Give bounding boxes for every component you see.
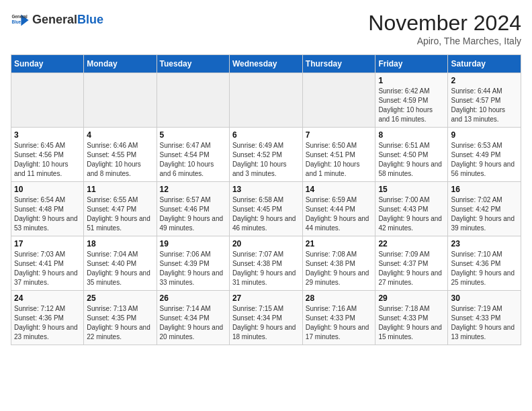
weekday-header-row: SundayMondayTuesdayWednesdayThursdayFrid…	[11, 55, 521, 73]
logo: General Blue GeneralBlue	[11, 11, 103, 30]
calendar-day-cell: 30Sunrise: 7:19 AMSunset: 4:33 PMDayligh…	[448, 291, 521, 345]
day-number: 22	[378, 239, 445, 248]
day-info: Sunrise: 6:44 AMSunset: 4:57 PMDaylight:…	[451, 87, 518, 124]
title-block: November 2024 Apiro, The Marches, Italy	[368, 11, 521, 46]
day-info: Sunrise: 7:09 AMSunset: 4:37 PMDaylight:…	[378, 250, 445, 287]
day-info: Sunrise: 7:19 AMSunset: 4:33 PMDaylight:…	[451, 304, 518, 342]
calendar-table: SundayMondayTuesdayWednesdayThursdayFrid…	[11, 54, 521, 345]
day-number: 10	[14, 185, 81, 194]
calendar-day-cell: 15Sunrise: 7:00 AMSunset: 4:43 PMDayligh…	[375, 182, 448, 236]
day-number: 13	[232, 185, 300, 194]
calendar-day-cell: 24Sunrise: 7:12 AMSunset: 4:36 PMDayligh…	[11, 291, 84, 345]
day-info: Sunrise: 6:46 AMSunset: 4:55 PMDaylight:…	[87, 141, 153, 179]
weekday-header-cell: Wednesday	[229, 55, 302, 73]
day-info: Sunrise: 6:50 AMSunset: 4:51 PMDaylight:…	[306, 141, 373, 179]
day-info: Sunrise: 6:58 AMSunset: 4:45 PMDaylight:…	[232, 195, 300, 233]
day-info: Sunrise: 7:02 AMSunset: 4:42 PMDaylight:…	[451, 195, 518, 233]
calendar-day-cell: 20Sunrise: 7:07 AMSunset: 4:38 PMDayligh…	[229, 236, 302, 291]
calendar-day-cell: 3Sunrise: 6:45 AMSunset: 4:56 PMDaylight…	[11, 128, 84, 182]
day-info: Sunrise: 6:49 AMSunset: 4:52 PMDaylight:…	[232, 141, 300, 179]
weekday-header-cell: Sunday	[11, 55, 84, 73]
calendar-day-cell: 18Sunrise: 7:04 AMSunset: 4:40 PMDayligh…	[84, 236, 157, 291]
location: Apiro, The Marches, Italy	[368, 36, 521, 46]
day-info: Sunrise: 7:13 AMSunset: 4:35 PMDaylight:…	[87, 304, 153, 342]
calendar-day-cell: 5Sunrise: 6:47 AMSunset: 4:54 PMDaylight…	[157, 128, 229, 182]
day-info: Sunrise: 7:06 AMSunset: 4:39 PMDaylight:…	[160, 250, 226, 287]
day-number: 1	[378, 76, 445, 85]
day-number: 30	[451, 293, 518, 303]
calendar-day-cell: 11Sunrise: 6:55 AMSunset: 4:47 PMDayligh…	[84, 182, 157, 236]
calendar-day-cell: 4Sunrise: 6:46 AMSunset: 4:55 PMDaylight…	[84, 128, 157, 182]
calendar-day-cell: 14Sunrise: 6:59 AMSunset: 4:44 PMDayligh…	[302, 182, 375, 236]
day-info: Sunrise: 6:47 AMSunset: 4:54 PMDaylight:…	[160, 141, 226, 179]
calendar-day-cell: 29Sunrise: 7:18 AMSunset: 4:33 PMDayligh…	[375, 291, 448, 345]
day-info: Sunrise: 6:51 AMSunset: 4:50 PMDaylight:…	[378, 141, 445, 179]
day-number: 23	[451, 239, 518, 248]
day-info: Sunrise: 7:12 AMSunset: 4:36 PMDaylight:…	[14, 304, 81, 342]
day-number: 9	[451, 130, 518, 140]
page-header: General Blue GeneralBlue November 2024 A…	[11, 11, 521, 46]
calendar-day-cell: 7Sunrise: 6:50 AMSunset: 4:51 PMDaylight…	[302, 128, 375, 182]
day-number: 4	[87, 130, 153, 140]
calendar-day-cell: 19Sunrise: 7:06 AMSunset: 4:39 PMDayligh…	[157, 236, 229, 291]
day-number: 2	[451, 76, 518, 85]
weekday-header-cell: Monday	[84, 55, 157, 73]
day-info: Sunrise: 7:03 AMSunset: 4:41 PMDaylight:…	[14, 250, 81, 287]
day-number: 11	[87, 185, 153, 194]
weekday-header-cell: Friday	[375, 55, 448, 73]
calendar-day-cell: 6Sunrise: 6:49 AMSunset: 4:52 PMDaylight…	[229, 128, 302, 182]
calendar-day-cell: 23Sunrise: 7:10 AMSunset: 4:36 PMDayligh…	[448, 236, 521, 291]
day-number: 18	[87, 239, 153, 248]
day-info: Sunrise: 7:04 AMSunset: 4:40 PMDaylight:…	[87, 250, 153, 287]
day-number: 12	[160, 185, 226, 194]
weekday-header-cell: Saturday	[448, 55, 521, 73]
day-info: Sunrise: 6:57 AMSunset: 4:46 PMDaylight:…	[160, 195, 226, 233]
day-info: Sunrise: 7:07 AMSunset: 4:38 PMDaylight:…	[232, 250, 300, 287]
day-number: 20	[232, 239, 300, 248]
day-number: 7	[306, 130, 373, 140]
day-info: Sunrise: 6:59 AMSunset: 4:44 PMDaylight:…	[306, 195, 373, 233]
svg-text:General: General	[11, 14, 28, 19]
day-number: 26	[160, 293, 226, 303]
logo-text: GeneralBlue	[32, 13, 103, 27]
day-info: Sunrise: 7:18 AMSunset: 4:33 PMDaylight:…	[378, 304, 445, 342]
calendar-day-cell: 1Sunrise: 6:42 AMSunset: 4:59 PMDaylight…	[375, 73, 448, 128]
calendar-day-cell: 13Sunrise: 6:58 AMSunset: 4:45 PMDayligh…	[229, 182, 302, 236]
day-info: Sunrise: 7:10 AMSunset: 4:36 PMDaylight:…	[451, 250, 518, 287]
day-number: 24	[14, 293, 81, 303]
day-number: 14	[306, 185, 373, 194]
calendar-week-row: 1Sunrise: 6:42 AMSunset: 4:59 PMDaylight…	[11, 73, 521, 128]
calendar-day-cell: 22Sunrise: 7:09 AMSunset: 4:37 PMDayligh…	[375, 236, 448, 291]
day-info: Sunrise: 7:00 AMSunset: 4:43 PMDaylight:…	[378, 195, 445, 233]
weekday-header-cell: Thursday	[302, 55, 375, 73]
month-title: November 2024	[368, 11, 521, 36]
day-number: 29	[378, 293, 445, 303]
day-info: Sunrise: 6:53 AMSunset: 4:49 PMDaylight:…	[451, 141, 518, 179]
day-number: 28	[306, 293, 373, 303]
calendar-day-cell: 27Sunrise: 7:15 AMSunset: 4:34 PMDayligh…	[229, 291, 302, 345]
day-info: Sunrise: 6:45 AMSunset: 4:56 PMDaylight:…	[14, 141, 81, 179]
day-info: Sunrise: 7:08 AMSunset: 4:38 PMDaylight:…	[306, 250, 373, 287]
calendar-day-cell	[157, 73, 229, 128]
calendar-week-row: 24Sunrise: 7:12 AMSunset: 4:36 PMDayligh…	[11, 291, 521, 345]
day-info: Sunrise: 6:54 AMSunset: 4:48 PMDaylight:…	[14, 195, 81, 233]
calendar-day-cell: 28Sunrise: 7:16 AMSunset: 4:33 PMDayligh…	[302, 291, 375, 345]
day-number: 16	[451, 185, 518, 194]
day-info: Sunrise: 7:16 AMSunset: 4:33 PMDaylight:…	[306, 304, 373, 342]
calendar-day-cell: 17Sunrise: 7:03 AMSunset: 4:41 PMDayligh…	[11, 236, 84, 291]
day-number: 5	[160, 130, 226, 140]
calendar-week-row: 3Sunrise: 6:45 AMSunset: 4:56 PMDaylight…	[11, 128, 521, 182]
calendar-week-row: 10Sunrise: 6:54 AMSunset: 4:48 PMDayligh…	[11, 182, 521, 236]
day-number: 19	[160, 239, 226, 248]
calendar-day-cell: 8Sunrise: 6:51 AMSunset: 4:50 PMDaylight…	[375, 128, 448, 182]
calendar-day-cell	[229, 73, 302, 128]
calendar-week-row: 17Sunrise: 7:03 AMSunset: 4:41 PMDayligh…	[11, 236, 521, 291]
calendar-day-cell: 9Sunrise: 6:53 AMSunset: 4:49 PMDaylight…	[448, 128, 521, 182]
day-number: 17	[14, 239, 81, 248]
calendar-day-cell	[84, 73, 157, 128]
calendar-day-cell: 2Sunrise: 6:44 AMSunset: 4:57 PMDaylight…	[448, 73, 521, 128]
logo-icon: General Blue	[11, 11, 30, 30]
day-info: Sunrise: 6:55 AMSunset: 4:47 PMDaylight:…	[87, 195, 153, 233]
day-number: 27	[232, 293, 300, 303]
calendar-body: 1Sunrise: 6:42 AMSunset: 4:59 PMDaylight…	[11, 73, 521, 345]
